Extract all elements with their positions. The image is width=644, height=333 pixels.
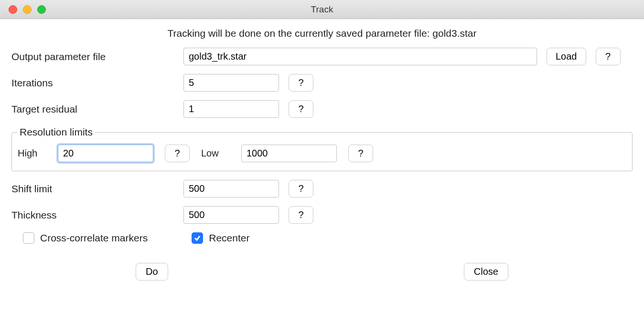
thickness-input[interactable] bbox=[183, 206, 279, 224]
resolution-low-input[interactable] bbox=[241, 145, 337, 162]
tracking-notice: Tracking will be done on the currently s… bbox=[11, 28, 633, 39]
iterations-input[interactable] bbox=[183, 74, 279, 92]
checkbox-box-icon bbox=[23, 232, 34, 244]
resolution-high-label: High bbox=[18, 148, 46, 159]
window-title: Track bbox=[0, 4, 644, 15]
cross-correlate-label: Cross-correlate markers bbox=[40, 232, 148, 244]
shift-limit-label: Shift limit bbox=[11, 183, 183, 195]
thickness-help-button[interactable]: ? bbox=[289, 206, 313, 224]
iterations-label: Iterations bbox=[11, 77, 183, 89]
resolution-high-help-button[interactable]: ? bbox=[165, 145, 190, 162]
resolution-limits-legend: Resolution limits bbox=[18, 126, 95, 138]
resolution-low-label: Low bbox=[201, 148, 230, 159]
cross-correlate-checkbox[interactable]: Cross-correlate markers bbox=[23, 232, 148, 244]
recenter-checkbox[interactable]: Recenter bbox=[192, 232, 249, 244]
target-residual-label: Target residual bbox=[11, 104, 183, 115]
output-parameter-file-label: Output parameter file bbox=[11, 51, 183, 62]
recenter-label: Recenter bbox=[209, 232, 249, 244]
window-titlebar: Track bbox=[0, 0, 644, 19]
check-icon bbox=[193, 234, 201, 242]
resolution-low-help-button[interactable]: ? bbox=[348, 145, 373, 162]
thickness-label: Thickness bbox=[11, 209, 183, 221]
load-button[interactable]: Load bbox=[547, 48, 586, 65]
shift-limit-input[interactable] bbox=[183, 180, 279, 198]
output-parameter-file-input[interactable] bbox=[183, 48, 537, 65]
target-residual-help-button[interactable]: ? bbox=[289, 100, 313, 118]
resolution-limits-group: Resolution limits High ? Low ? bbox=[11, 126, 633, 171]
iterations-help-button[interactable]: ? bbox=[289, 74, 313, 92]
checkbox-box-icon bbox=[192, 232, 203, 244]
target-residual-input[interactable] bbox=[183, 100, 279, 118]
shift-limit-help-button[interactable]: ? bbox=[289, 180, 313, 198]
resolution-high-input[interactable] bbox=[58, 145, 153, 162]
close-button[interactable]: Close bbox=[464, 263, 508, 281]
output-parameter-file-help-button[interactable]: ? bbox=[596, 48, 621, 65]
do-button[interactable]: Do bbox=[136, 263, 168, 281]
